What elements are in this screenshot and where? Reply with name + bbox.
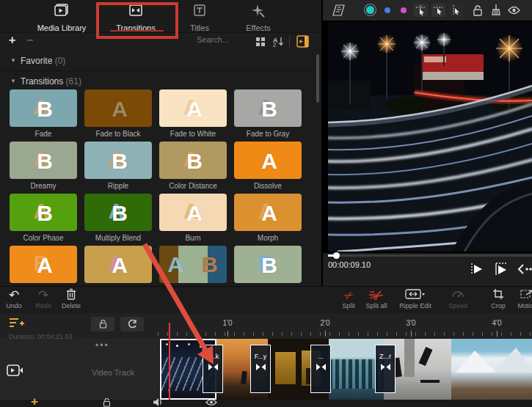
- group-transitions[interactable]: ▼ Transitions (61): [0, 72, 317, 91]
- tile-label: Color Phase: [10, 234, 77, 242]
- transition-tile-dissolve[interactable]: A: [234, 142, 302, 179]
- search-input[interactable]: [147, 34, 230, 45]
- timeline-transition-marker[interactable]: F...k: [203, 345, 223, 393]
- major-tick: [227, 331, 228, 337]
- transition-tile-fade-to-black[interactable]: A: [84, 89, 152, 127]
- add-clip-button[interactable]: +: [31, 395, 38, 407]
- transition-tile-color-phase[interactable]: A B: [10, 194, 77, 231]
- add-track-icon[interactable]: [9, 317, 25, 330]
- play-from-start-icon[interactable]: [493, 261, 511, 277]
- timeline-playhead[interactable]: [169, 323, 170, 400]
- ruler-label: 1'0: [216, 319, 238, 327]
- broom-icon[interactable]: [490, 4, 501, 16]
- tile-label: Dissolve: [234, 182, 302, 190]
- tile-main-letter: B: [112, 150, 128, 172]
- timeline-bottom-strip: +: [0, 400, 532, 407]
- tab-transitions[interactable]: Transitions: [103, 3, 169, 32]
- tile-label: Fade: [10, 130, 77, 138]
- eye-icon[interactable]: [508, 6, 520, 15]
- video-track-header[interactable]: ••• Video Track: [0, 339, 158, 400]
- ruler-icon[interactable]: [332, 4, 346, 16]
- snap-cursor-button-1[interactable]: [414, 4, 428, 17]
- tile-main-letter: B: [112, 202, 128, 224]
- transition-tile-morph[interactable]: A A: [234, 194, 302, 231]
- group-count: (0): [55, 56, 66, 66]
- transition-tile-fade[interactable]: A B: [10, 89, 77, 127]
- preview-video-frame: [328, 22, 532, 252]
- delete-button[interactable]: Delete: [54, 288, 88, 309]
- toolbar-separator: [289, 36, 290, 47]
- loop-button[interactable]: [120, 317, 144, 331]
- transition-tile-fade-to-gray[interactable]: A B: [234, 89, 302, 127]
- preview-seekbar[interactable]: [328, 254, 532, 257]
- timeline-transition-marker[interactable]: ...: [310, 345, 331, 393]
- tile-label: Ripple: [84, 182, 152, 190]
- tile-main-letter: A: [261, 150, 277, 172]
- ruler-label: 4'0: [486, 319, 508, 327]
- transition-tile[interactable]: A B: [159, 246, 227, 283]
- grid-view-icon[interactable]: [255, 37, 266, 47]
- titles-icon: [191, 3, 208, 19]
- transition-tile[interactable]: B A: [10, 246, 77, 283]
- marker-color-cyan-dot[interactable]: [366, 6, 374, 14]
- timeline-clip-mountains[interactable]: [451, 339, 532, 400]
- split-all-button[interactable]: Split all: [360, 288, 393, 309]
- snap-cursor-button-3[interactable]: [449, 4, 463, 17]
- collapse-arrow-icon[interactable]: ▼: [10, 78, 16, 84]
- tile-main-letter: A: [261, 202, 277, 224]
- remove-from-favorites-button[interactable]: −: [26, 34, 33, 47]
- timeline-transition-marker[interactable]: Z...r: [375, 345, 396, 393]
- ripple-edit-button[interactable]: Ripple Edit: [396, 288, 434, 309]
- play-from-position-icon[interactable]: [468, 261, 484, 277]
- video-track-icon[interactable]: [7, 364, 23, 377]
- group-name: Transitions: [21, 76, 63, 87]
- group-name: Favorite: [21, 56, 52, 66]
- lock-icon[interactable]: [473, 4, 483, 16]
- sort-icon[interactable]: A Z: [272, 36, 284, 47]
- add-to-favorites-button[interactable]: +: [9, 34, 15, 47]
- tile-label: Multiply Blend: [84, 234, 152, 242]
- marker-color-blue-dot[interactable]: [385, 7, 390, 13]
- tile-main-letter: B: [261, 98, 277, 120]
- tile-main-letter: B: [261, 254, 277, 276]
- transition-tile-fade-to-white[interactable]: A A: [159, 89, 227, 127]
- group-count: (61): [66, 76, 81, 87]
- transition-tile-dreamy[interactable]: A B: [10, 142, 77, 179]
- transition-tile-burn[interactable]: A A: [159, 194, 227, 231]
- tile-main-letter: B: [37, 202, 53, 224]
- tab-effects[interactable]: Effects: [225, 3, 291, 32]
- skateboard-thumb: [420, 380, 440, 383]
- transition-tile[interactable]: B B: [234, 246, 302, 283]
- tile-main-letter: A: [112, 254, 128, 276]
- motion-button[interactable]: Motion: [511, 288, 532, 309]
- marker-color-magenta-dot[interactable]: [401, 7, 407, 13]
- library-scrollbar[interactable]: [316, 54, 319, 103]
- lit-window: [275, 352, 296, 384]
- major-tick: [325, 331, 326, 337]
- collapse-panel-icon[interactable]: [296, 35, 309, 48]
- tile-main-letter: B: [37, 98, 53, 120]
- tile-main-letter: B: [37, 150, 53, 172]
- transition-bowtie-icon: [381, 364, 390, 370]
- next-frame-icon[interactable]: [528, 264, 532, 274]
- track-menu-icon[interactable]: •••: [95, 340, 109, 351]
- lock-track-button[interactable]: [91, 317, 114, 331]
- transition-tile-multiply-blend[interactable]: A B: [84, 194, 152, 231]
- tab-label: Titles: [167, 23, 233, 32]
- timeline-transition-marker[interactable]: F...y: [250, 345, 271, 393]
- group-favorite[interactable]: ▼ Favorite (0): [0, 51, 317, 71]
- video-editor-window: Media Library Transitions Titles Effects: [0, 0, 532, 407]
- transition-tile-color-distance[interactable]: A B: [159, 142, 227, 179]
- tab-titles[interactable]: Titles: [167, 3, 233, 32]
- timeline-header: 00:00:09.10 ‹ › 1'0 2'0 3'0 4'0 Duration…: [0, 313, 532, 339]
- transition-tile-ripple[interactable]: A B: [84, 142, 152, 179]
- tile-label: Dreamy: [10, 182, 77, 190]
- tile-label: Fade to Black: [84, 130, 152, 138]
- tab-media-library[interactable]: Media Library: [29, 3, 95, 32]
- snap-cursor-button-2[interactable]: [431, 4, 445, 17]
- seekbar-knob[interactable]: [333, 252, 340, 259]
- transition-tile[interactable]: A A: [84, 246, 152, 283]
- track-lock-icon[interactable]: [103, 397, 111, 407]
- speed-button[interactable]: Speed: [441, 288, 475, 309]
- collapse-arrow-icon[interactable]: ▼: [10, 57, 16, 64]
